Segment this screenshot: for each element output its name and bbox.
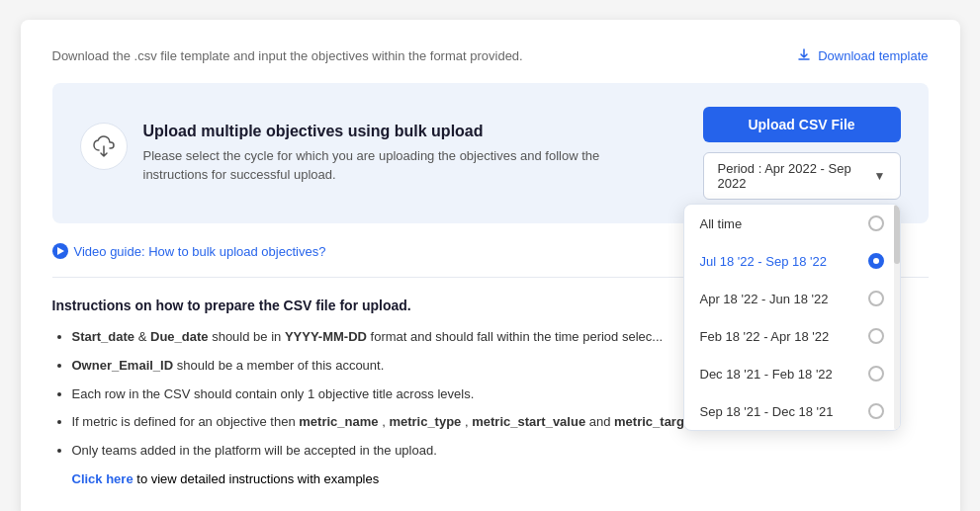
click-here-suffix: to view detailed instructions with examp…: [136, 471, 379, 486]
main-card: Download the .csv file template and inpu…: [21, 20, 960, 511]
video-guide-label: Video guide: How to bulk upload objectiv…: [74, 244, 326, 259]
dropdown-option-dec-feb-22[interactable]: Dec 18 '21 - Feb 18 '22: [684, 355, 900, 392]
download-template-link[interactable]: Download template: [796, 47, 928, 63]
scrollbar-track: [894, 205, 900, 430]
click-here-link[interactable]: Click here: [72, 471, 134, 486]
upload-csv-button[interactable]: Upload CSV File: [703, 107, 901, 142]
upload-icon-wrap: [80, 123, 128, 170]
radio-apr-jun-22: [868, 291, 884, 306]
item-text: should be in: [212, 329, 285, 344]
item-bold: metric_type: [389, 414, 461, 429]
item-text: Each row in the CSV should contain only …: [72, 386, 475, 401]
item-bold: Start_date: [72, 329, 135, 344]
upload-right: Upload CSV File Period : Apr 2022 - Sep …: [703, 107, 901, 200]
item-text: format and should fall within the time p…: [371, 329, 664, 344]
dropdown-option-label: Sep 18 '21 - Dec 18 '21: [700, 404, 834, 419]
dropdown-option-label: Dec 18 '21 - Feb 18 '22: [700, 367, 833, 382]
dropdown-option-sep-dec-21[interactable]: Sep 18 '21 - Dec 18 '21: [684, 392, 900, 430]
dropdown-option-label: All time: [700, 216, 743, 231]
radio-all-time: [868, 215, 884, 231]
cloud-upload-icon: [90, 132, 118, 160]
download-template-label: Download template: [818, 48, 928, 63]
period-dropdown[interactable]: Period : Apr 2022 - Sep 2022 ▼: [703, 152, 901, 200]
list-item: Only teams added in the platform will be…: [72, 441, 929, 462]
dropdown-option-label: Apr 18 '22 - Jun 18 '22: [700, 292, 829, 306]
download-icon: [796, 47, 812, 63]
click-here-row: Click here to view detailed instructions…: [72, 471, 929, 486]
item-text: and: [589, 414, 614, 429]
radio-sep-dec-21: [868, 403, 884, 419]
item-text: &: [138, 329, 150, 344]
item-text: If metric is defined for an objective th…: [72, 414, 300, 429]
radio-jul-sep-22: [868, 253, 884, 269]
top-bar: Download the .csv file template and inpu…: [52, 47, 929, 63]
item-bold: metric_name: [299, 414, 378, 429]
dropdown-option-all-time[interactable]: All time: [684, 205, 900, 242]
dropdown-option-feb-apr-22[interactable]: Feb 18 '22 - Apr 18 '22: [684, 317, 900, 355]
upload-description: Please select the cycle for which you ar…: [143, 146, 654, 185]
upload-text: Upload multiple objectives using bulk up…: [143, 123, 654, 185]
upload-title: Upload multiple objectives using bulk up…: [143, 123, 654, 140]
dropdown-option-label: Jul 18 '22 - Sep 18 '22: [700, 254, 828, 269]
play-icon: [52, 243, 68, 259]
item-text: Only teams added in the platform will be…: [72, 443, 437, 458]
item-bold: Owner_Email_ID: [72, 358, 174, 373]
item-bold: YYYY-MM-DD: [285, 329, 367, 344]
radio-dec-feb-22: [868, 366, 884, 382]
dropdown-option-label: Feb 18 '22 - Apr 18 '22: [700, 329, 830, 344]
period-dropdown-menu: All time Jul 18 '22 - Sep 18 '22 Apr 18 …: [683, 204, 901, 431]
radio-feb-apr-22: [868, 328, 884, 344]
upload-section: Upload multiple objectives using bulk up…: [52, 83, 929, 223]
item-bold: Due_date: [150, 329, 209, 344]
play-triangle: [57, 247, 64, 255]
item-text: should be a member of this account.: [177, 358, 385, 373]
scrollbar-thumb[interactable]: [894, 205, 900, 264]
dropdown-option-jul-sep-22[interactable]: Jul 18 '22 - Sep 18 '22: [684, 242, 900, 280]
chevron-down-icon: ▼: [874, 169, 886, 183]
upload-left: Upload multiple objectives using bulk up…: [80, 123, 654, 185]
dropdown-option-apr-jun-22[interactable]: Apr 18 '22 - Jun 18 '22: [684, 280, 900, 317]
item-bold: metric_start_value: [472, 414, 585, 429]
period-label: Period : Apr 2022 - Sep 2022: [718, 161, 866, 191]
header-description: Download the .csv file template and inpu…: [52, 48, 523, 63]
